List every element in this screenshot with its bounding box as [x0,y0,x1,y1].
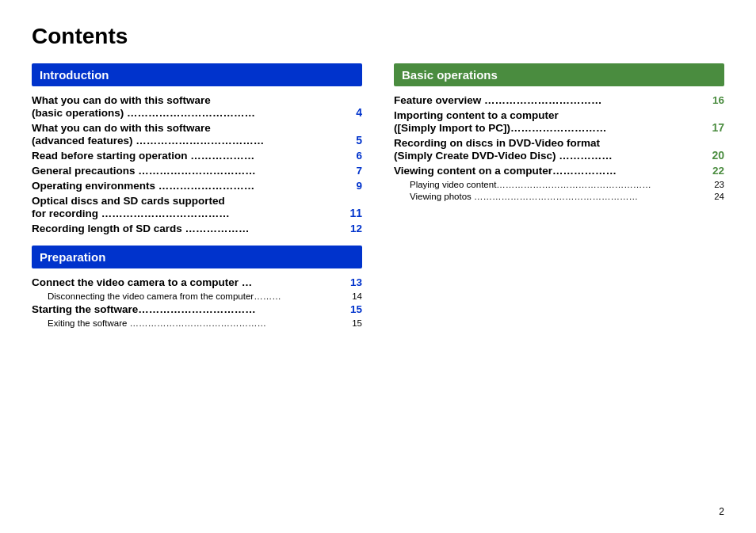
toc-sub-entry-photos: Viewing photos ……………………………………………… 24 [394,192,724,201]
entry-line2: (Simply Create DVD-Video Disc) …………… [394,150,708,162]
entry-line1: What you can do with this software [32,94,362,106]
page-num: 6 [346,150,362,162]
toc-entry-basic-ops: What you can do with this software (basi… [32,94,362,119]
right-column: Basic operations Feature overview ………………… [394,63,724,330]
basic-operations-header: Basic operations [394,63,724,86]
sub-page: 14 [346,291,362,301]
toc-sub-entry-disconnect: Disconnecting the video camera from the … [32,291,362,301]
toc-entry-environments: Operating environments ……………………… 9 [32,180,362,192]
left-column: Introduction What you can do with this s… [32,63,362,330]
entry-line1: What you can do with this software [32,122,362,134]
toc-entry-viewing: Viewing content on a computer……………… 22 [394,165,724,177]
toc-entry-recording: Recording on discs in DVD-Video format (… [394,137,724,162]
entry-line2: ([Simply Import to PC])……………………… [394,122,708,134]
sub-page: 24 [708,192,724,201]
content-area: Introduction What you can do with this s… [32,63,724,330]
toc-sub-entry-exiting: Exiting the software ……………………………………… 15 [32,318,362,328]
page-number: 2 [719,506,724,517]
toc-entry-recording-length: Recording length of SD cards ……………… 12 [32,223,362,234]
entry-text: Recording length of SD cards ……………… [32,223,346,234]
sub-text: Disconnecting the video camera from the … [48,291,346,301]
entry-text: Connect the video camera to a computer … [32,276,346,288]
entry-line1: Importing content to a computer [394,109,724,121]
page-num: 5 [346,134,362,147]
entry-line1: Recording on discs in DVD-Video format [394,137,724,149]
page-num: 13 [346,276,362,288]
page-num: 12 [346,223,362,234]
entry-line1: Optical discs and SD cards supported [32,195,362,207]
toc-entry-connect: Connect the video camera to a computer …… [32,276,362,288]
preparation-header: Preparation [32,246,362,268]
page-num: 16 [708,94,724,106]
sub-page: 15 [346,318,362,328]
toc-entry-starting: Starting the software…………………………… 15 [32,303,362,315]
toc-entry-optical: Optical discs and SD cards supported for… [32,195,362,219]
toc-entry-precautions: General precautions …………………………… 7 [32,165,362,177]
entry-text: Starting the software…………………………… [32,303,346,315]
page-num: 17 [708,121,724,134]
entry-line2: (advanced features) ……………………………… [32,135,346,147]
sub-text: Exiting the software ……………………………………… [48,318,346,328]
page-num: 11 [346,207,362,219]
entry-text: General precautions …………………………… [32,165,346,177]
page-num: 7 [346,165,362,177]
sub-page: 23 [708,180,724,189]
entry-line2: (basic operations) ……………………………… [32,107,346,119]
entry-text: Operating environments ……………………… [32,180,346,192]
entry-line2: for recording ……………………………… [32,207,346,219]
page-num: 9 [346,180,362,192]
toc-entry-read-before: Read before starting operation ……………… 6 [32,150,362,162]
toc-entry-advanced: What you can do with this software (adva… [32,122,362,147]
sub-text: Viewing photos ……………………………………………… [410,192,708,201]
toc-sub-entry-playing: Playing video content…………………………………………… 2… [394,180,724,189]
entry-text: Viewing content on a computer……………… [394,165,708,177]
toc-entry-importing: Importing content to a computer ([Simply… [394,109,724,134]
entry-text: Feature overview …………………………… [394,94,708,106]
page-title: Contents [32,24,724,49]
page-num: 4 [346,106,362,119]
page-num: 22 [708,165,724,177]
page-num: 15 [346,303,362,315]
entry-text: Read before starting operation ……………… [32,150,346,162]
toc-entry-feature-overview: Feature overview …………………………… 16 [394,94,724,106]
sub-text: Playing video content…………………………………………… [410,180,708,189]
introduction-header: Introduction [32,63,362,86]
page-num: 20 [708,149,724,162]
